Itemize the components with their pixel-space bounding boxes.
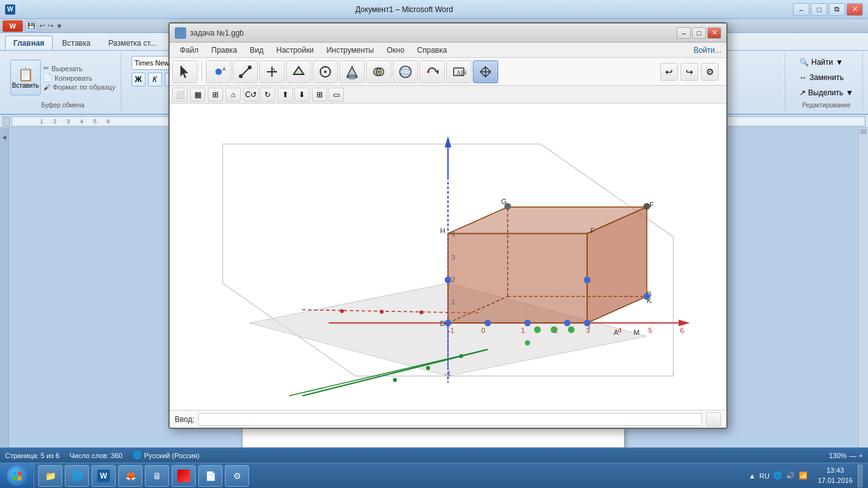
ggb-tool-perpendicular[interactable] (259, 60, 285, 83)
signal-bars: 📶 (799, 471, 808, 480)
ggb-tool-sphere[interactable] (393, 60, 418, 83)
taskbar-item-firefox[interactable]: 🦊 (118, 465, 142, 487)
find-button[interactable]: 🔍 Найти ▼ (796, 56, 857, 69)
ribbon-group-clipboard: 📋 Вставить ✂Вырезать 📄Копировать 🖌Формат… (5, 53, 121, 111)
ggb-menu-settings[interactable]: Настройки (271, 44, 319, 56)
select-button[interactable]: ↗ Выделить ▼ (796, 86, 857, 99)
ggb-redo-button[interactable]: ↪ (681, 63, 698, 81)
taskbar-items: 📁 🌐 W 🦊 🖥 📄 ⚙ (34, 463, 743, 488)
word-count-status: Число слов: 360 (70, 452, 123, 459)
ggb-menu-view[interactable]: Вид (245, 44, 269, 56)
ggb-tool-rotate[interactable] (419, 60, 445, 83)
copy-button[interactable]: 📄Копировать (43, 74, 116, 82)
ggb-tool-circle[interactable] (313, 60, 338, 83)
ggb-grid-button[interactable]: ▦ (190, 88, 205, 102)
ggb-tilt-down-button[interactable]: ⬇ (294, 88, 309, 102)
lang-indicator[interactable]: RU (759, 472, 770, 480)
paste-button[interactable]: 📋 Вставить (10, 60, 41, 95)
quick-undo[interactable]: ↩ (39, 22, 45, 30)
ggb-input-field[interactable] (198, 413, 702, 426)
show-desktop-button[interactable] (858, 464, 863, 487)
office-button[interactable]: W (3, 20, 23, 32)
svg-point-15 (377, 71, 380, 73)
svg-text:A: A (222, 66, 226, 72)
ggb-close-button[interactable]: ✕ (707, 27, 721, 39)
ggb-canvas[interactable]: 4 3 2 1 1 2 3 4 5 6 0 -1 (170, 104, 726, 410)
svg-point-83 (505, 203, 511, 210)
ggb-tool-move-graphics[interactable] (473, 60, 498, 83)
cut-button[interactable]: ✂Вырезать (43, 64, 116, 72)
taskbar-item-chrome[interactable]: 🌐 (65, 465, 89, 487)
ggb-tilt-controls: ⬆ ⬇ (278, 88, 309, 102)
ggb-menu-window[interactable]: Окно (381, 44, 409, 56)
ggb-axes-button[interactable]: ⊞ (208, 88, 223, 102)
system-clock[interactable]: 13:43 17.01.2016 (818, 466, 853, 485)
ggb-menu-help[interactable]: Справка (412, 44, 452, 56)
ggb-tilt-up-button[interactable]: ⬆ (278, 88, 293, 102)
ggb-menu-tools[interactable]: Инструменты (322, 44, 379, 56)
ggb-tool-point[interactable]: A (206, 60, 231, 83)
svg-point-54 (419, 310, 423, 314)
word-restore-button[interactable]: ⧉ (829, 3, 845, 16)
ggb-rotate-left-button[interactable]: C↺ (243, 88, 259, 102)
ggb-tool-select[interactable] (172, 60, 198, 83)
quick-access-dropdown[interactable]: ▼ (56, 22, 63, 30)
replace-button[interactable]: ↔ Заменить (796, 71, 857, 84)
tab-insert[interactable]: Вставка (54, 36, 99, 50)
quick-save-button[interactable]: 💾 (25, 21, 37, 31)
ggb-rotate-right-button[interactable]: ↻ (260, 88, 275, 102)
app2-icon: ⚙ (231, 470, 243, 482)
ggb-menu-file[interactable]: Файл (175, 44, 204, 56)
bold-button[interactable]: Ж (132, 72, 146, 86)
ggb-maximize-button[interactable]: □ (692, 27, 706, 39)
word-minimize-button[interactable]: – (793, 3, 810, 16)
taskbar-item-explorer[interactable]: 📁 (38, 465, 62, 487)
ggb-settings-button[interactable]: ⚙ (701, 63, 719, 81)
word-title: Документ1 – Microsoft Word (15, 5, 793, 14)
ggb-rotate-controls: C↺ ↻ (243, 88, 275, 102)
doc-right-scrollbar[interactable] (858, 128, 868, 447)
page-status: Страница: 5 из 6 (5, 452, 60, 459)
ggb-tool-polygon[interactable] (286, 60, 311, 83)
svg-point-82 (525, 340, 530, 345)
tab-layout[interactable]: Разметка ст... (100, 36, 164, 50)
zoom-control[interactable]: 130% — + (829, 452, 863, 459)
ggb-tool-intersect[interactable] (366, 60, 391, 83)
ggb-input-submit-button[interactable] (706, 412, 721, 426)
ggb-view-btn[interactable]: ⊞ (312, 88, 327, 102)
ggb-frame-button[interactable]: ⬜ (172, 88, 187, 102)
firefox-icon: 🦊 (124, 470, 137, 482)
svg-text:F: F (649, 201, 654, 208)
svg-marker-55 (448, 234, 587, 323)
italic-button[interactable]: К (148, 72, 162, 86)
taskbar-item-word[interactable]: W (92, 465, 116, 487)
word-maximize-button[interactable]: □ (811, 3, 827, 16)
ggb-menu-edit[interactable]: Правка (207, 44, 243, 56)
ggb-login-button[interactable]: Войти... (693, 46, 721, 55)
word-close-button[interactable]: ✕ (846, 3, 863, 16)
start-button[interactable] (0, 463, 34, 489)
tray-arrow[interactable]: ▲ (749, 472, 756, 480)
ggb-minimize-button[interactable]: – (677, 27, 691, 39)
svg-text:H: H (440, 227, 445, 235)
ruler-corner[interactable] (3, 116, 10, 126)
quick-redo[interactable]: ↪ (48, 22, 53, 30)
ggb-tool-cone[interactable] (339, 60, 365, 83)
format-painter-button[interactable]: 🖌Формат по образцу (43, 83, 116, 91)
svg-point-12 (347, 75, 357, 79)
ggb-input-label: Ввод: (175, 415, 194, 424)
start-orb-icon (7, 466, 27, 486)
taskbar-item-app2[interactable]: ⚙ (225, 465, 249, 487)
tab-home[interactable]: Главная (5, 36, 53, 50)
ggb-plane-btn[interactable]: ▭ (329, 88, 344, 102)
ggb-view-controls: ⊞ ▭ (312, 88, 344, 102)
taskbar-item-app1[interactable] (172, 465, 196, 487)
ggb-home-button[interactable]: ⌂ (226, 88, 241, 102)
ggb-tool-text[interactable]: ABC (446, 60, 471, 83)
taskbar-item-ie[interactable]: 🖥 (145, 465, 169, 487)
ggb-app-icon (175, 27, 186, 39)
taskbar-item-pdf[interactable]: 📄 (198, 465, 222, 487)
word-icon: W (97, 470, 110, 482)
ggb-undo-button[interactable]: ↩ (660, 63, 678, 81)
ggb-tool-line[interactable] (233, 60, 258, 83)
